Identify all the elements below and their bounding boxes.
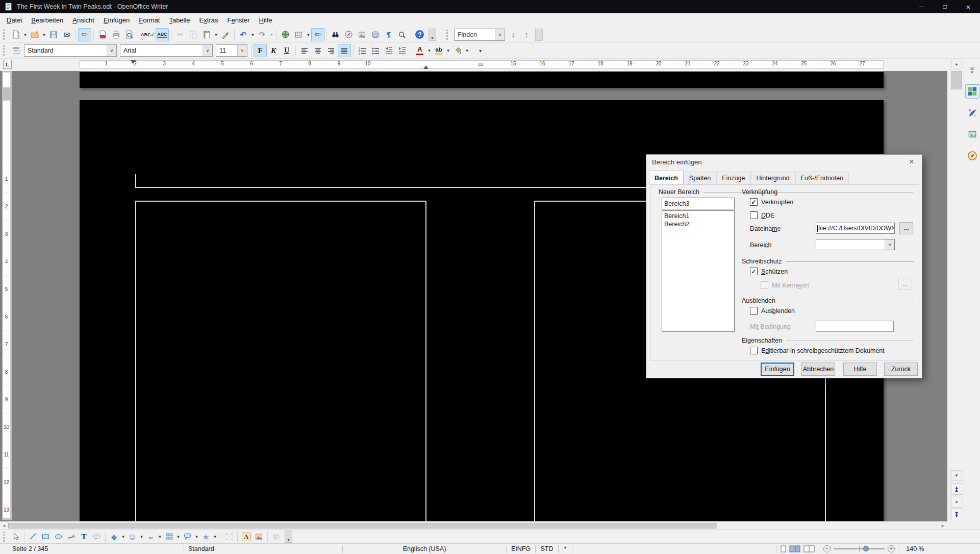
zoom-in-button[interactable]: + [888,545,895,552]
symbol-shapes-dropdown-icon[interactable]: ▾ [139,534,144,539]
select-tool-button[interactable] [9,531,22,543]
zoom-slider-thumb[interactable] [863,546,869,551]
menu-format[interactable]: Format [134,14,164,26]
line-tool-button[interactable] [27,531,39,543]
rectangle-tool-button[interactable] [39,531,52,543]
edit-file-button[interactable]: ✏ [78,28,91,41]
status-language[interactable]: Englisch (USA) [343,544,506,554]
help-button-dialog[interactable]: Hilfe [843,363,877,376]
flowchart-dropdown-icon[interactable]: ▾ [175,534,181,539]
toolbar-grip[interactable] [3,30,7,40]
zoom-button[interactable] [395,28,409,41]
horizontal-scrollbar[interactable]: ◄ ► [0,521,947,529]
tab-fu-endnoten[interactable]: Fuß-/Endnoten [795,172,849,184]
new-dropdown-icon[interactable]: ▾ [22,32,28,37]
paragraph-style-combobox[interactable]: Standard∨ [24,44,117,57]
email-button[interactable]: ✉ [60,28,73,41]
insert-button[interactable]: Einfügen [761,363,794,376]
left-column-frame[interactable] [135,201,426,521]
hide-checkbox[interactable]: Ausblenden [750,307,795,315]
font-size-value[interactable]: 11 [216,47,237,54]
print-button[interactable] [109,28,122,41]
find-next-button[interactable]: ↓ [507,28,520,41]
bullet-list-button[interactable] [369,44,382,57]
editable-checkbox[interactable]: Editierbar in schreibgeschütztem Dokumen… [750,347,885,354]
stars-button[interactable]: ★ [199,531,212,543]
zoom-slider-track[interactable] [834,548,885,549]
font-name-combobox[interactable]: Arial∨ [120,44,213,57]
show-draw-functions-button[interactable]: ✏ [311,28,324,41]
multi-page-view-button[interactable] [789,545,800,552]
horizontal-scroll-thumb[interactable] [8,523,717,528]
undo-button[interactable]: ↶ [237,28,250,41]
block-arrows-dropdown-icon[interactable]: ▾ [157,534,163,539]
help-button[interactable]: ? [413,28,426,41]
tab-einz-ge[interactable]: Einzüge [716,172,750,184]
print-preview-button[interactable] [122,28,136,41]
callouts-dropdown-icon[interactable]: ▾ [194,534,199,539]
maximize-button[interactable]: □ [933,0,957,13]
auto-spellcheck-button[interactable]: ABC [156,28,169,41]
font-color-button[interactable]: A [413,44,426,57]
size-chevron-icon[interactable]: ∨ [237,45,247,56]
open-dropdown-icon[interactable]: ▾ [41,32,47,37]
tab-spalten[interactable]: Spalten [684,172,716,184]
callouts-button[interactable] [181,531,194,543]
dialog-close-icon[interactable]: × [904,156,919,167]
section-select-chevron-icon[interactable]: ∨ [885,239,894,250]
zoom-out-button[interactable]: − [823,545,831,552]
paragraph-style-value[interactable]: Standard [24,47,107,54]
section-listbox[interactable]: Bereich1Bereich2 [662,210,735,332]
status-zoom-percent[interactable]: 140 % [899,544,931,554]
style-chevron-icon[interactable]: ∨ [107,45,116,56]
stars-dropdown-icon[interactable]: ▾ [212,534,218,539]
menu-hilfe[interactable]: Hilfe [255,14,277,26]
save-button[interactable] [47,28,60,41]
table-dropdown-icon[interactable]: ▾ [306,32,311,37]
basic-shapes-button[interactable]: ◆ [108,531,120,543]
vertical-scroll-thumb[interactable] [951,71,962,89]
section-name-input[interactable]: Bereich3 [662,198,735,209]
format-paintbrush-button[interactable] [219,28,232,41]
numbered-list-button[interactable]: 123 [356,44,369,57]
drawing-toolbar-grip[interactable] [3,532,7,542]
basic-shapes-dropdown-icon[interactable]: ▾ [120,534,126,539]
single-page-view-button[interactable] [781,545,786,552]
cancel-button[interactable]: Abbrechen [801,363,835,376]
sidebar-navigator-button[interactable] [965,149,979,163]
text-callout-tool-button[interactable] [90,531,103,543]
font-color-dropdown-icon[interactable]: ▾ [426,48,432,53]
find-combobox[interactable]: Finden∨ [454,29,505,41]
decrease-indent-button[interactable] [382,44,395,57]
page-1-bottom[interactable] [80,72,884,88]
menu-einfügen[interactable]: Einfügen [99,14,134,26]
scroll-up-button[interactable]: ▲ [951,59,962,69]
paste-dropdown-icon[interactable]: ▾ [213,32,219,37]
scroll-down-button[interactable]: ▼ [951,470,962,481]
find-toolbar-end-handle[interactable] [535,29,543,41]
previous-page-button[interactable]: ▲▲ [951,483,962,495]
menu-ansicht[interactable]: Ansicht [68,14,99,26]
block-arrows-button[interactable]: ⇔ [144,531,157,543]
align-left-button[interactable] [298,44,311,57]
tab-bereich[interactable]: Bereich [649,171,684,184]
protect-checkbox[interactable]: ✓Schützen [750,268,788,275]
first-line-indent-marker[interactable] [131,60,136,64]
background-color-dropdown-icon[interactable]: ▾ [464,48,470,53]
font-size-combobox[interactable]: 11∨ [216,44,247,57]
text-tool-button[interactable]: T [78,531,90,543]
spellcheck-button[interactable]: ABC✓ [140,28,156,41]
align-right-button[interactable] [324,44,338,57]
menu-bearbeiten[interactable]: Bearbeiten [27,14,68,26]
paste-button[interactable] [200,28,213,41]
freeform-line-tool-button[interactable] [65,531,78,543]
ellipse-tool-button[interactable] [52,531,65,543]
new-document-button[interactable] [9,28,22,41]
toolbar-end-handle[interactable]: ▾ [429,29,436,41]
navigator-button[interactable] [342,28,356,41]
menu-datei[interactable]: Datei [2,14,27,26]
dde-checkbox[interactable]: DDE [750,211,774,219]
minimize-button[interactable]: ─ [910,0,933,13]
fontwork-button[interactable]: A [240,531,253,543]
formatting-marks-button[interactable]: ¶ [382,28,395,41]
